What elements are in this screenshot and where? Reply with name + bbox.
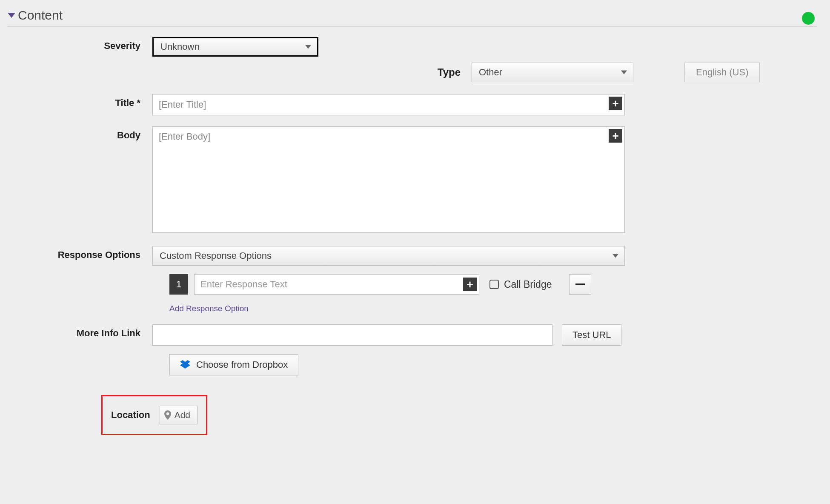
location-label: Location [111,410,150,421]
dropbox-button[interactable]: Choose from Dropbox [169,354,298,375]
add-location-button[interactable]: Add [160,406,197,424]
status-indicator-icon [802,12,815,25]
response-add-button[interactable]: + [463,278,477,291]
title-add-button[interactable]: + [609,97,622,110]
response-option-row: 1 + Call Bridge [169,274,591,295]
test-url-label: Test URL [572,329,611,341]
type-select[interactable]: Other [472,63,633,82]
response-options-label: Response Options [25,246,152,261]
add-response-option-link[interactable]: Add Response Option [169,304,249,313]
chevron-down-icon [612,254,618,258]
panel-title: Content [18,8,63,23]
remove-response-button[interactable] [569,274,591,295]
add-location-label: Add [175,410,190,420]
response-index: 1 [169,274,188,295]
map-pin-icon [164,410,171,420]
test-url-button[interactable]: Test URL [562,324,621,346]
severity-select[interactable]: Unknown [152,37,318,57]
severity-label: Severity [25,37,152,52]
response-text-input[interactable] [194,274,479,295]
type-label: Type [25,66,472,78]
response-options-value: Custom Response Options [160,250,272,261]
more-info-url-input[interactable] [152,324,552,346]
language-button[interactable]: English (US) [684,63,760,82]
body-add-button[interactable]: + [609,129,622,143]
chevron-down-icon [305,45,311,49]
call-bridge-label: Call Bridge [504,279,552,290]
title-label: Title * [25,94,152,109]
divider [8,26,817,27]
more-info-label: More Info Link [25,324,152,339]
title-input[interactable] [152,94,625,115]
body-input[interactable] [152,126,625,233]
dropbox-icon [180,360,190,369]
body-label: Body [25,126,152,141]
collapse-icon[interactable] [8,13,15,18]
language-value: English (US) [696,67,748,78]
dropbox-button-label: Choose from Dropbox [196,359,288,370]
response-options-select[interactable]: Custom Response Options [152,246,625,266]
location-highlight: Location Add [101,395,207,435]
chevron-down-icon [621,71,627,74]
severity-value: Unknown [160,41,200,52]
minus-icon [575,284,585,285]
call-bridge-checkbox[interactable] [489,280,499,289]
type-value: Other [479,67,502,78]
